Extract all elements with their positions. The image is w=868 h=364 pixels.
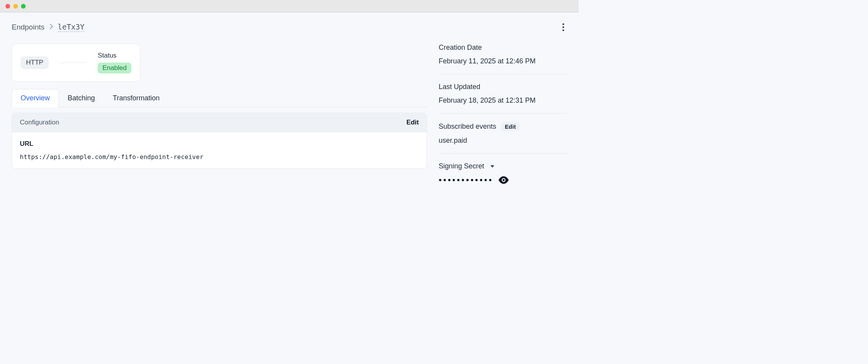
caret-down-icon[interactable] xyxy=(490,165,494,168)
status-badge: Enabled xyxy=(98,63,131,74)
creation-date-value: February 11, 2025 at 12:46 PM xyxy=(439,57,567,65)
divider xyxy=(60,63,87,63)
tab-batching[interactable]: Batching xyxy=(59,89,104,107)
protocol-badge: HTTP xyxy=(21,56,49,69)
more-vertical-icon xyxy=(562,23,564,31)
breadcrumb-current: leTx3Y xyxy=(58,23,85,32)
tabs: Overview Batching Transformation xyxy=(12,89,427,107)
url-value: https://api.example.com/my-fifo-endpoint… xyxy=(20,153,419,161)
url-label: URL xyxy=(20,140,419,148)
breadcrumb-root-link[interactable]: Endpoints xyxy=(12,23,45,32)
last-updated-label: Last Updated xyxy=(439,83,567,91)
reveal-secret-button[interactable] xyxy=(499,176,509,184)
svg-point-0 xyxy=(562,23,564,25)
subscribed-events-label: Subscribed events xyxy=(439,122,496,131)
svg-point-2 xyxy=(562,30,564,31)
status-card: HTTP Status Enabled xyxy=(12,44,140,82)
edit-events-button[interactable]: Edit xyxy=(501,122,520,131)
subscribed-event-value: user.paid xyxy=(439,136,567,145)
tab-overview[interactable]: Overview xyxy=(12,89,59,107)
breadcrumb: Endpoints leTx3Y xyxy=(12,23,84,32)
more-menu-button[interactable] xyxy=(558,23,568,32)
window-close-button[interactable] xyxy=(5,4,10,9)
signing-secret-label: Signing Secret xyxy=(439,162,484,170)
last-updated-value: February 18, 2025 at 12:31 PM xyxy=(439,96,567,105)
configuration-panel: Configuration Edit URL https://api.examp… xyxy=(12,113,427,169)
window-maximize-button[interactable] xyxy=(21,4,26,9)
window-chrome xyxy=(0,0,579,12)
chevron-right-icon xyxy=(49,24,53,31)
svg-point-1 xyxy=(562,26,564,28)
signing-secret-masked: •••••••••••• xyxy=(439,176,493,184)
tab-transformation[interactable]: Transformation xyxy=(104,89,168,107)
window-minimize-button[interactable] xyxy=(13,4,18,9)
svg-point-4 xyxy=(503,179,505,181)
edit-configuration-button[interactable]: Edit xyxy=(406,119,419,126)
eye-icon xyxy=(499,176,509,184)
creation-date-label: Creation Date xyxy=(439,44,567,52)
configuration-title: Configuration xyxy=(20,119,59,126)
status-label: Status xyxy=(98,52,131,60)
